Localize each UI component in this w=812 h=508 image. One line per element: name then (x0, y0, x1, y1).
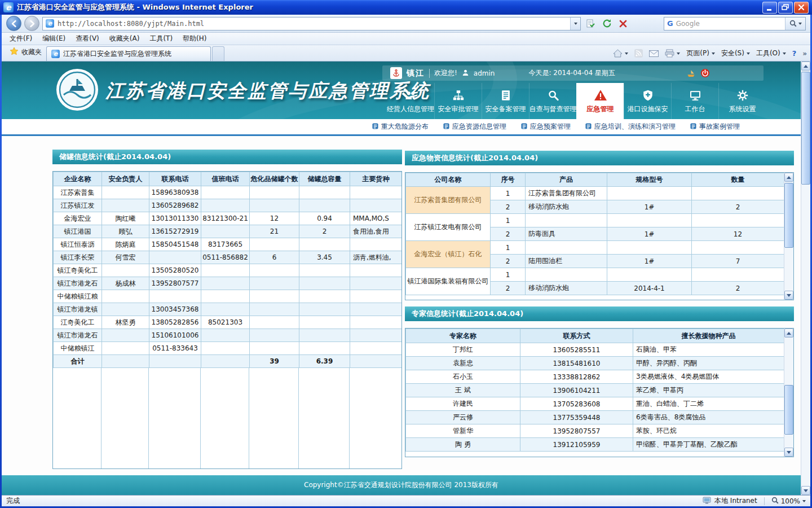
safety-menu-label: 安全(S) (721, 49, 744, 58)
more-buttons-chevron[interactable] (802, 50, 807, 58)
scroll-thumb[interactable] (801, 72, 810, 185)
company-cell: 镇江港国际集装箱有限公司 (406, 268, 491, 295)
forward-button[interactable] (24, 16, 39, 31)
print-button[interactable] (665, 49, 680, 58)
tank-panel-title: 储罐信息统计(截止2014.04.04) (52, 150, 402, 164)
refresh-button[interactable] (600, 17, 614, 30)
menu-item[interactable]: 文件(F) (5, 33, 37, 45)
help-button[interactable] (792, 49, 797, 58)
table-row[interactable]: 镇江市港龙石15106101006 (54, 329, 402, 342)
search-button[interactable] (785, 17, 805, 30)
table-row[interactable]: 江苏索普集15896380938 (54, 186, 402, 199)
table-cell: 沥青,燃料油, (350, 251, 402, 264)
nav-item-monitor[interactable]: 工作台 (671, 83, 718, 119)
tools-menu-button[interactable]: 工具(O) (756, 49, 786, 58)
scroll-up-button[interactable] (784, 173, 793, 182)
favorites-button[interactable]: 收藏夹 (5, 44, 46, 61)
close-button[interactable] (794, 2, 809, 14)
table-row[interactable]: 镇江恒泰沥陈炳庭1585045154883173665 (54, 238, 402, 251)
nav-item-magnifier[interactable]: 自查与督查管理 (529, 83, 576, 119)
scroll-up-button[interactable] (801, 62, 810, 71)
subnav-item[interactable]: 应急资源信息管理 (443, 122, 506, 132)
nav-item-shield[interactable]: 港口设施保安 (624, 83, 671, 119)
feeds-button[interactable] (634, 49, 643, 58)
home-button[interactable] (613, 49, 628, 58)
title-bar[interactable]: 江苏省港口安全监管与应急管理系统 - Windows Internet Expl… (0, 0, 812, 15)
nav-item-warning[interactable]: 应急管理 (576, 83, 624, 119)
table-row[interactable]: 严云修137753594486类毒害品、8类腐蚀品 (406, 411, 784, 424)
table-cell (350, 199, 402, 212)
search-input[interactable]: Google (676, 20, 782, 28)
search-box[interactable]: Google (664, 17, 806, 30)
table-row[interactable]: 镇江市港龙镇13003457368 (54, 303, 402, 316)
table-row[interactable]: 许建民13705283608重油、白蜡油、丁二烯 (406, 397, 784, 411)
compatibility-view-icon[interactable] (584, 17, 597, 30)
subnav-item[interactable]: 应急培训、演练和演习管理 (585, 122, 676, 132)
subnav-item[interactable]: 应急预案管理 (521, 122, 571, 132)
expert-name-cell: 陶 勇 (406, 438, 520, 452)
table-row[interactable]: 中储粮镇江0511-833643 (54, 342, 402, 355)
page-menu-button[interactable]: 页面(P) (686, 49, 715, 58)
table-row[interactable]: 管新华13952807557苯胺、环己烷 (406, 424, 784, 438)
column-header: 危化品储罐个数 (250, 172, 299, 186)
restore-button[interactable] (778, 2, 793, 14)
table-row[interactable]: 江奇美化工林坚勇1380528285685021303 (54, 316, 402, 329)
table-row[interactable]: 石小玉133388128623类易燃液体、4类易燃固体 (406, 370, 784, 384)
table-row[interactable]: 江苏镇江发13605289682 (54, 199, 402, 212)
experts-scrollbar[interactable] (784, 329, 793, 457)
table-row[interactable]: 金海宏业陶红曦1301301133083121300-21120.94MMA,M… (54, 212, 402, 225)
read-mail-button[interactable] (649, 50, 659, 57)
home-port-icon[interactable] (686, 68, 696, 78)
status-text: 完成 (6, 496, 20, 506)
table-row[interactable]: 镇江李长荣何雪宏0511-85688263.45沥青,燃料油, (54, 251, 402, 264)
zoom-control[interactable]: 100% (771, 497, 806, 506)
specialty-cell: 石脑油、甲苯 (633, 343, 784, 357)
intranet-zone-icon (703, 497, 711, 506)
address-dropdown[interactable] (570, 17, 580, 30)
logout-icon[interactable] (700, 68, 710, 78)
menu-item[interactable]: 工具(T) (145, 33, 177, 45)
table-row[interactable]: 合计396.39 (54, 355, 402, 368)
table-row[interactable]: 袁新忠13815481610甲醇、异丙醇、丙酮 (406, 357, 784, 370)
tank-table-frame: 企业名称安全负责人联系电话值班电话危化品储罐个数储罐总容量主要货种江苏索普集15… (52, 171, 402, 469)
menu-item[interactable]: 收藏夹(A) (105, 33, 144, 45)
back-button[interactable] (6, 16, 21, 31)
nav-item-users[interactable]: 经营人信息管理 (387, 83, 434, 119)
scroll-down-button[interactable] (801, 486, 810, 495)
table-row[interactable]: 江苏索普集团有限公司1江苏索普集团有限公司 (406, 187, 784, 200)
supplies-scrollbar[interactable] (784, 173, 793, 300)
subnav-item[interactable]: 重大危险源分布 (372, 122, 429, 132)
table-row[interactable]: 陶 勇13912105959甲缩醛、甲基异丁基酮、乙酸乙酯 (406, 438, 784, 452)
nav-item-orgchart[interactable]: 安全审批管理 (434, 83, 482, 119)
table-row[interactable]: 镇江港国顾弘13615272919212食用油,食用 (54, 225, 402, 238)
table-row[interactable]: 镇江港国际集装箱有限公司1 (406, 268, 784, 282)
menu-item[interactable]: 查看(V) (71, 33, 104, 45)
table-row[interactable]: 江苏镇江发电有限公司1 (406, 214, 784, 227)
stop-button[interactable] (616, 17, 630, 30)
scroll-down-button[interactable] (784, 291, 793, 300)
scroll-down-button[interactable] (784, 448, 793, 457)
table-row[interactable]: 王 斌13906104211苯乙烯、甲基丙 (406, 384, 784, 397)
menu-item[interactable]: 编辑(E) (38, 33, 70, 45)
contact-cell: 13906104211 (520, 384, 633, 397)
subnav-item[interactable]: 事故案例管理 (690, 122, 740, 132)
scroll-up-button[interactable] (784, 329, 793, 338)
page-scrollbar[interactable] (801, 62, 810, 495)
nav-item-gear[interactable]: 系统设置 (718, 83, 766, 119)
table-cell: 镇江李长荣 (54, 251, 102, 264)
table-row[interactable]: 镇江奇美化工13505280520 (54, 264, 402, 277)
menu-item[interactable]: 帮助(H) (178, 33, 211, 45)
minimize-button[interactable] (762, 2, 777, 14)
table-row[interactable]: 中储粮镇江粮 (54, 290, 402, 303)
safety-menu-button[interactable]: 安全(S) (721, 49, 750, 58)
address-bar[interactable]: http://localhost:8080/yjpt/Main.html (42, 17, 581, 30)
scroll-thumb[interactable] (784, 183, 793, 248)
table-row[interactable]: 镇江市港龙石杨成林13952807577 (54, 277, 402, 290)
subnav-item-label: 应急预案管理 (530, 122, 571, 132)
table-row[interactable]: 丁邦红13605285511石脑油、甲苯 (406, 343, 784, 357)
scroll-thumb[interactable] (784, 385, 793, 435)
browser-tab[interactable]: 江苏省港口安全监管与应急管理系统 (46, 46, 211, 61)
nav-item-document[interactable]: 安全备案管理 (482, 83, 529, 119)
table-row[interactable]: 金海宏业（镇江）石化1 (406, 241, 784, 255)
new-tab-button[interactable] (212, 46, 224, 61)
